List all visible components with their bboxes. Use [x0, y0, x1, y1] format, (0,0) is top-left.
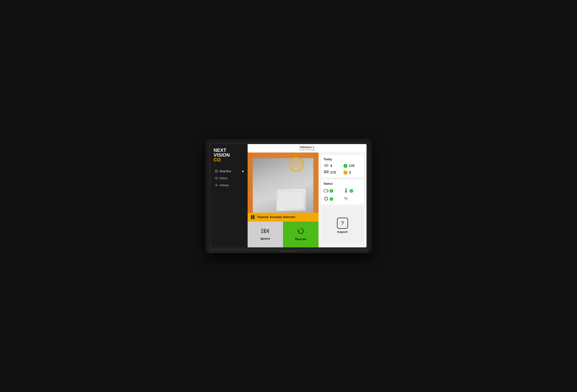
settings-icon: [215, 184, 218, 187]
chip-status: ✓: [324, 196, 341, 202]
anomaly-circle: [289, 157, 304, 172]
amber-stat: 3: [343, 170, 361, 175]
status-card: Status: [321, 179, 364, 205]
today-title: Today: [324, 158, 361, 161]
laptop-base: [209, 249, 368, 253]
support-card[interactable]: ? Support: [321, 206, 364, 245]
green-dot: [343, 164, 348, 168]
pallet-stat: 173: [324, 170, 342, 175]
sidebar-item-history[interactable]: History: [214, 175, 245, 181]
nav-arrow-shop-floor: ▶: [242, 170, 244, 172]
logo-vision: VISION: [214, 153, 245, 157]
amber-dot: [343, 170, 348, 174]
main-content: Palletizer 1 10:34 29 05 2024: [248, 144, 366, 247]
ignore-label: Ignore: [260, 237, 270, 241]
stats-grid: 4 170: [324, 164, 361, 175]
layers-count: 4: [330, 164, 332, 168]
camera-panel: Paused: Anomaly detected: [248, 153, 319, 247]
pallets-count: 173: [330, 171, 336, 174]
temp-status-icon: [344, 188, 348, 194]
header-datetime: 10:34 29 05 2024: [249, 149, 365, 151]
rescan-label: Rescan: [295, 237, 306, 241]
orange-frame-top: [248, 153, 319, 158]
sidebar-item-settings[interactable]: Settings: [214, 182, 245, 188]
action-buttons: Ignore Rescan: [248, 222, 319, 247]
header-title: Palletizer 1: [249, 146, 365, 149]
svg-point-0: [215, 170, 218, 172]
support-label: Support: [337, 230, 348, 233]
green-stat: 170: [343, 164, 361, 168]
camera-feed: [248, 153, 319, 213]
green-count: 170: [349, 164, 355, 168]
right-panel: Today: [319, 153, 366, 247]
screen-bezel: NEXT VISION CO Shop floor ▶: [209, 142, 368, 249]
logo-next: NEXT: [214, 148, 245, 153]
skip-forward-icon: [261, 228, 269, 235]
orange-frame-right: [313, 153, 319, 213]
wifi-status: [344, 196, 361, 202]
shop-floor-label: Shop floor: [219, 170, 231, 173]
support-icon: ?: [337, 218, 348, 229]
rescan-icon: [297, 228, 304, 235]
history-label: History: [219, 177, 228, 180]
history-icon: [215, 177, 218, 180]
header: Palletizer 1 10:34 29 05 2024: [248, 144, 366, 153]
chip-status-icon: [324, 196, 328, 202]
sidebar: NEXT VISION CO Shop floor ▶: [211, 144, 248, 247]
status-text: Paused: Anomaly detected: [257, 215, 295, 219]
wifi-status-icon: [344, 197, 348, 202]
status-bar: Paused: Anomaly detected: [248, 213, 319, 222]
camera-background: [253, 158, 313, 213]
screen: NEXT VISION CO Shop floor ▶: [211, 144, 366, 247]
logo: NEXT VISION CO: [214, 148, 245, 162]
ignore-button[interactable]: Ignore: [248, 222, 283, 247]
amber-count: 3: [349, 171, 351, 174]
temp-check: ✓: [350, 189, 353, 193]
pallet-icon: [324, 170, 329, 175]
settings-label: Settings: [219, 184, 229, 187]
shop-floor-icon: [215, 169, 218, 173]
camera-status-icon: [324, 189, 328, 193]
svg-rect-14: [324, 190, 327, 192]
sidebar-item-shop-floor[interactable]: Shop floor ▶: [214, 168, 245, 174]
orange-frame-left: [248, 153, 253, 213]
today-card: Today: [321, 155, 364, 178]
status-title: Status: [324, 182, 361, 185]
rescan-button[interactable]: Rescan: [283, 222, 319, 247]
pallet-box: [276, 189, 306, 211]
camera-status: ✓: [324, 188, 341, 194]
pause-icon: [250, 215, 255, 220]
svg-point-31: [346, 200, 346, 200]
status-grid: ✓: [324, 188, 361, 202]
layers-icon: [324, 164, 329, 168]
temp-status: ✓: [344, 188, 361, 194]
chip-check: ✓: [329, 197, 333, 201]
svg-rect-18: [325, 197, 327, 200]
laptop-notch: [281, 251, 296, 252]
laptop-frame: NEXT VISION CO Shop floor ▶: [206, 139, 372, 253]
content-area: Paused: Anomaly detected: [248, 153, 366, 247]
logo-co: CO: [214, 157, 245, 162]
camera-check: ✓: [329, 189, 333, 193]
app-container: NEXT VISION CO Shop floor ▶: [211, 144, 366, 247]
camera-simulation: [248, 153, 319, 213]
layers-stat: 4: [324, 164, 342, 168]
svg-point-2: [216, 185, 217, 186]
